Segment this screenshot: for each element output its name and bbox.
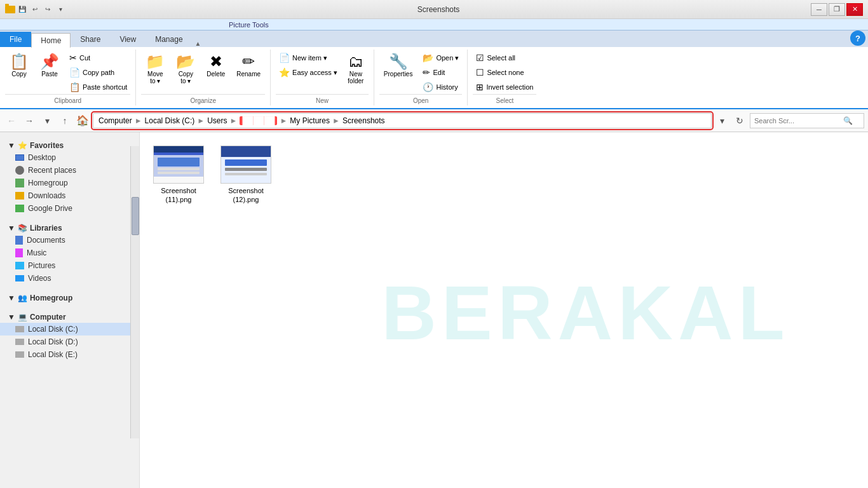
- breadcrumb[interactable]: Computer ► Local Disk (C:) ► Users ► ███…: [93, 113, 712, 128]
- copy-to-button[interactable]: 📂 Copyto ▾: [172, 51, 200, 88]
- select-none-button[interactable]: ☐ Select none: [473, 65, 536, 79]
- sidebar-item-gdrive[interactable]: Google Drive: [0, 202, 139, 215]
- paste-button[interactable]: 📌 Paste: [36, 51, 64, 81]
- tab-home[interactable]: Home: [31, 33, 71, 48]
- breadcrumb-computer[interactable]: Computer: [98, 116, 132, 125]
- homegroup-icon-side: 👥: [18, 294, 27, 302]
- back-button[interactable]: ←: [4, 113, 19, 128]
- recent-locations-btn[interactable]: ▾: [39, 113, 55, 128]
- breadcrumb-mypictures[interactable]: My Pictures: [290, 116, 330, 125]
- refresh-button[interactable]: ↻: [732, 113, 747, 128]
- history-label: History: [436, 83, 458, 91]
- new-folder-label: Newfolder: [348, 71, 363, 85]
- up-directory-btn[interactable]: ↑: [57, 113, 72, 128]
- ribbon-group-clipboard: 📋 Copy 📌 Paste ✂ Cut 📄 Copy path 📋 Past: [0, 50, 136, 105]
- gdrive-icon: [15, 205, 24, 212]
- sidebar-disk-c-label: Local Disk (C:): [28, 325, 78, 334]
- quick-menu-btn[interactable]: ▾: [55, 4, 66, 15]
- invert-icon: ⊞: [476, 82, 484, 92]
- quick-redo-btn[interactable]: ↪: [42, 4, 53, 15]
- sidebar-item-desktop[interactable]: Desktop: [0, 151, 139, 164]
- move-to-button[interactable]: 📁 Moveto ▾: [141, 51, 169, 88]
- collapse-ribbon-btn[interactable]: ▲: [193, 40, 204, 47]
- tab-share[interactable]: Share: [71, 32, 110, 47]
- favorites-header[interactable]: ▼ ⭐ Favorites: [0, 137, 139, 151]
- breadcrumb-localdisk[interactable]: Local Disk (C:): [145, 116, 195, 125]
- search-icon[interactable]: 🔍: [843, 116, 853, 125]
- edit-button[interactable]: ✏ Edit: [419, 65, 462, 79]
- homegroup-header[interactable]: ▼ 👥 Homegroup: [0, 290, 139, 304]
- sidebar-item-disk-c[interactable]: Local Disk (C:): [0, 323, 139, 336]
- invert-label: Invert selection: [486, 83, 533, 91]
- paste-shortcut-label: Paste shortcut: [83, 83, 127, 91]
- forward-button[interactable]: →: [22, 113, 37, 128]
- properties-icon: 🔧: [389, 54, 408, 69]
- search-input[interactable]: [754, 117, 843, 125]
- paste-shortcut-button[interactable]: 📋 Paste shortcut: [66, 80, 130, 94]
- sidebar-gdrive-label: Google Drive: [28, 204, 72, 213]
- sep3: ►: [230, 116, 238, 125]
- tab-file[interactable]: File: [0, 32, 31, 47]
- app-icon: [5, 6, 15, 13]
- select-all-button[interactable]: ☑ Select all: [473, 51, 536, 65]
- sidebar-item-pictures[interactable]: Pictures: [0, 259, 139, 272]
- tab-view[interactable]: View: [110, 32, 146, 47]
- file-name-12: Screenshot(12).png: [228, 186, 264, 205]
- thumb-line1: [158, 168, 200, 170]
- file-item-screenshot-12[interactable]: Screenshot(12).png: [217, 142, 275, 208]
- properties-label: Properties: [384, 71, 413, 78]
- cut-button[interactable]: ✂ Cut: [66, 51, 130, 65]
- copy-path-label: Copy path: [83, 69, 114, 76]
- copy-button[interactable]: 📋 Copy: [5, 51, 33, 81]
- tab-manage[interactable]: Manage: [146, 32, 192, 47]
- watermark: BERAKAL: [381, 269, 790, 356]
- sidebar-disk-d-label: Local Disk (D:): [28, 337, 78, 346]
- help-button[interactable]: ?: [850, 30, 865, 46]
- sidebar: ▼ ⭐ Favorites Desktop Recent places Home…: [0, 132, 140, 488]
- easy-access-button[interactable]: ⭐ Easy access ▾: [276, 65, 341, 79]
- delete-button[interactable]: ✖ Delete: [202, 51, 229, 81]
- file-item-screenshot-11[interactable]: Screenshot(11).png: [150, 142, 207, 208]
- sidebar-item-homegroup-fav[interactable]: Homegroup: [0, 177, 139, 189]
- delete-label: Delete: [207, 71, 225, 78]
- history-button[interactable]: 🕐 History: [419, 80, 462, 94]
- file-thumbnail-12: [220, 146, 271, 184]
- picture-tools-band: Picture Tools: [0, 19, 868, 30]
- ribbon-group-new: 📄 New item ▾ ⭐ Easy access ▾ 🗂 Newfolder…: [271, 50, 374, 105]
- sidebar-item-documents[interactable]: Documents: [0, 234, 139, 247]
- rename-button[interactable]: ✏ Rename: [232, 51, 265, 81]
- libraries-header[interactable]: ▼ 📚 Libraries: [0, 220, 139, 234]
- maximize-button[interactable]: ❐: [829, 3, 845, 16]
- sidebar-item-recent[interactable]: Recent places: [0, 164, 139, 177]
- sidebar-item-disk-d[interactable]: Local Disk (D:): [0, 336, 139, 348]
- homegroup-fav-icon: [15, 179, 24, 187]
- copy-path-icon: 📄: [69, 67, 80, 78]
- sidebar-item-videos[interactable]: Videos: [0, 272, 139, 285]
- computer-header[interactable]: ▼ 💻 Computer: [0, 309, 139, 323]
- pics-icon: [15, 262, 24, 269]
- breadcrumb-screenshots[interactable]: Screenshots: [342, 116, 385, 125]
- new-item-button[interactable]: 📄 New item ▾: [276, 51, 341, 65]
- open-label: Open ▾: [436, 54, 459, 62]
- homegroup-section-label: Homegroup: [30, 294, 72, 302]
- quick-save-btn[interactable]: 💾: [17, 4, 28, 15]
- invert-selection-button[interactable]: ⊞ Invert selection: [473, 80, 536, 94]
- breadcrumb-users[interactable]: Users: [207, 116, 227, 125]
- ribbon: 📋 Copy 📌 Paste ✂ Cut 📄 Copy path 📋 Past: [0, 47, 868, 109]
- close-button[interactable]: ✕: [846, 3, 863, 16]
- rename-icon: ✏: [242, 54, 255, 69]
- sidebar-item-music[interactable]: Music: [0, 247, 139, 259]
- quick-undo-btn[interactable]: ↩: [29, 4, 41, 15]
- open-button[interactable]: 📂 Open ▾: [419, 51, 462, 65]
- favorites-arrow: ▼: [8, 141, 15, 150]
- copy-path-button[interactable]: 📄 Copy path: [66, 65, 130, 79]
- sidebar-item-disk-e[interactable]: Local Disk (E:): [0, 348, 139, 361]
- favorites-label: Favorites: [30, 141, 64, 150]
- address-dropdown-btn[interactable]: ▾: [714, 113, 729, 128]
- sidebar-item-downloads[interactable]: Downloads: [0, 189, 139, 202]
- new-item-label: New item ▾: [292, 54, 327, 62]
- new-folder-button[interactable]: 🗂 Newfolder: [343, 51, 369, 88]
- breadcrumb-username[interactable]: ██████: [240, 116, 277, 125]
- properties-button[interactable]: 🔧 Properties: [379, 51, 417, 81]
- minimize-button[interactable]: ─: [811, 3, 827, 16]
